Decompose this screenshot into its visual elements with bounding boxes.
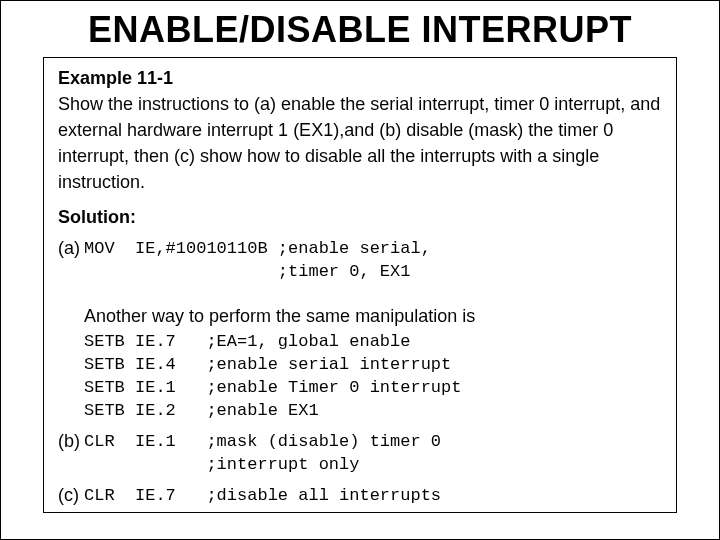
example-number: Example 11-1 — [58, 68, 662, 89]
slide-title: ENABLE/DISABLE INTERRUPT — [41, 9, 679, 51]
solution-heading: Solution: — [58, 207, 662, 228]
part-a-label: (a) — [58, 238, 84, 259]
part-c-code: CLR IE.7 ;disable all interrupts — [84, 485, 662, 508]
part-a-alt-row: SETB IE.7 ;EA=1, global enable SETB IE.4… — [58, 331, 662, 423]
part-c-row: (c) CLR IE.7 ;disable all interrupts — [58, 485, 662, 508]
part-c-label: (c) — [58, 485, 84, 506]
spacer — [58, 423, 662, 431]
spacer — [58, 477, 662, 485]
part-a-row: (a) MOV IE,#10010110B ;enable serial, ;t… — [58, 238, 662, 284]
part-b-code: CLR IE.1 ;mask (disable) timer 0 ;interr… — [84, 431, 662, 477]
part-b-label: (b) — [58, 431, 84, 452]
part-a-code: MOV IE,#10010110B ;enable serial, ;timer… — [84, 238, 662, 284]
page-container: ENABLE/DISABLE INTERRUPT Example 11-1 Sh… — [0, 0, 720, 540]
part-a-alt-code: SETB IE.7 ;EA=1, global enable SETB IE.4… — [84, 331, 662, 423]
alt-intro-text: Another way to perform the same manipula… — [84, 306, 662, 327]
spacer — [58, 284, 662, 296]
part-b-row: (b) CLR IE.1 ;mask (disable) timer 0 ;in… — [58, 431, 662, 477]
example-box: Example 11-1 Show the instructions to (a… — [43, 57, 677, 513]
example-prompt: Show the instructions to (a) enable the … — [58, 91, 662, 195]
